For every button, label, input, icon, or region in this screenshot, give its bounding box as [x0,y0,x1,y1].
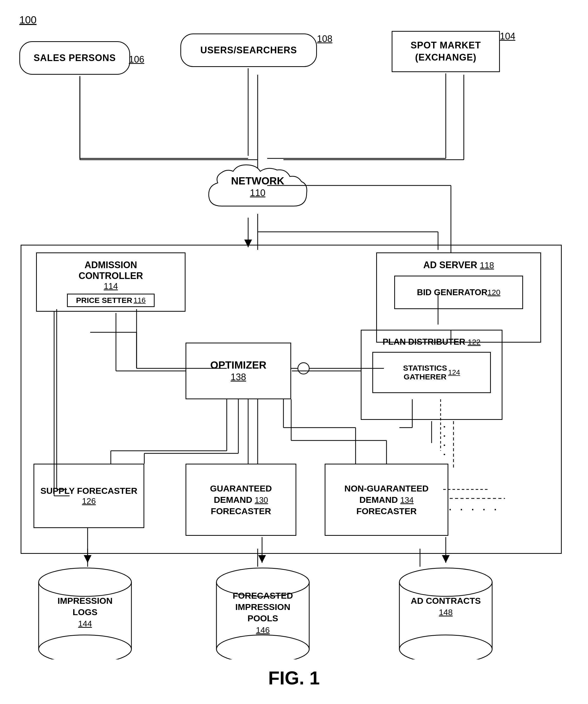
admission-controller-ref: 114 [104,281,118,291]
statistics-gatherer-box: STATISTICSGATHERER 124 [372,352,491,393]
sales-persons-node: SALES PERSONS [19,41,130,75]
optimizer-label: OPTIMIZER138 [210,359,266,383]
plan-distributer-box: PLAN DISTRIBUTER 122 STATISTICSGATHERER … [361,330,502,420]
impression-logs-label: IMPRESSIONLOGS144 [34,595,137,629]
guaranteed-demand-box: GUARANTEEDDEMAND 130FORECASTER [185,464,296,536]
network-label: NETWORK110 [201,175,314,198]
users-searchers-ref: 108 [317,34,332,44]
admission-controller-box: ADMISSIONCONTROLLER 114 PRICE SETTER 116 [36,252,185,312]
impression-logs-db: IMPRESSIONLOGS144 [34,562,137,660]
forecasted-impression-label: FORECASTEDIMPRESSIONPOOLS146 [211,590,314,636]
dotted-vertical: . . . . [441,425,456,457]
page-reference: 100 [19,14,37,26]
fig-caption: FIG. 1 [268,667,320,689]
supply-forecaster-box: SUPPLY FORECASTER126 [34,464,144,528]
svg-point-32 [39,568,131,596]
svg-point-38 [399,568,492,596]
forecasted-impression-db: FORECASTEDIMPRESSIONPOOLS146 [211,562,314,660]
svg-point-36 [216,635,309,659]
ad-contracts-label: AD CONTRACTS148 [394,595,497,618]
spot-market-label: SPOT MARKET(EXCHANGE) [411,40,481,64]
ad-contracts-db: AD CONTRACTS148 [394,562,497,660]
sales-persons-ref: 106 [129,54,144,65]
supply-forecaster-label: SUPPLY FORECASTER126 [41,486,137,506]
plan-distributer-label: PLAN DISTRIBUTER 122 [383,337,481,347]
guaranteed-demand-label: GUARANTEEDDEMAND 130FORECASTER [210,483,272,517]
svg-point-33 [39,635,131,659]
sales-persons-label: SALES PERSONS [34,53,116,63]
ad-server-label: AD SERVER 118 [423,260,494,271]
bid-generator-box: BID GENERATOR120 [394,276,523,309]
non-guaranteed-demand-label: NON-GUARANTEEDDEMAND 134FORECASTER [344,483,429,517]
optimizer-box: OPTIMIZER138 [185,343,291,399]
network-node: NETWORK110 [201,155,314,219]
users-searchers-node: USERS/SEARCHERS [180,34,317,67]
diagram-container: 100 SALES PERSONS 106 USERS/SEARCHERS 10… [0,0,588,704]
svg-point-39 [399,635,492,659]
price-setter-box: PRICE SETTER 116 [67,294,155,307]
dotted-extension: . . . . . [448,498,499,513]
admission-controller-label: ADMISSIONCONTROLLER [78,260,143,281]
users-searchers-label: USERS/SEARCHERS [200,45,297,56]
spot-market-ref: 104 [500,31,515,42]
non-guaranteed-demand-box: NON-GUARANTEEDDEMAND 134FORECASTER [325,464,448,536]
spot-market-node: SPOT MARKET(EXCHANGE) [392,31,500,72]
ad-server-box: AD SERVER 118 BID GENERATOR120 [376,252,541,343]
